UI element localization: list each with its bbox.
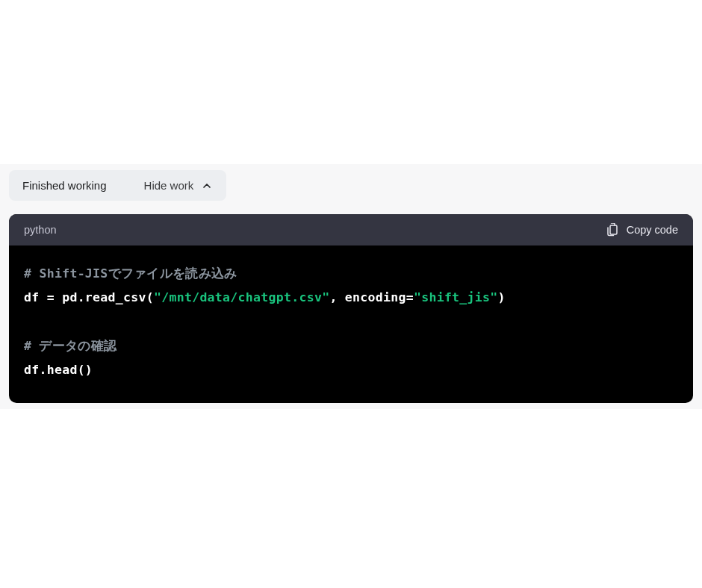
svg-rect-0: [610, 225, 617, 234]
status-text: Finished working: [22, 179, 107, 192]
clipboard-icon: [606, 223, 619, 237]
status-bar: Finished working Hide work: [9, 170, 226, 201]
hide-work-toggle[interactable]: Hide work: [144, 179, 214, 192]
code-line: df = pd.read_csv("/mnt/data/chatgpt.csv"…: [24, 286, 678, 310]
code-body: # Shift-JISでファイルを読み込み df = pd.read_csv("…: [9, 245, 693, 403]
code-line: # データの確認: [24, 334, 678, 358]
chevron-up-icon: [201, 180, 213, 192]
code-comment: # Shift-JISでファイルを読み込み: [24, 266, 237, 281]
content-area: Finished working Hide work python: [0, 164, 702, 409]
copy-code-button[interactable]: Copy code: [606, 223, 678, 237]
code-block: python Copy code # Shift-JISでファイルを読み込み d…: [9, 214, 693, 403]
hide-work-label: Hide work: [144, 179, 194, 192]
code-header: python Copy code: [9, 214, 693, 245]
code-comment: # データの確認: [24, 339, 117, 353]
code-language-label: python: [24, 224, 57, 236]
copy-code-label: Copy code: [627, 224, 678, 236]
code-line: df.head(): [24, 358, 678, 382]
code-line: # Shift-JISでファイルを読み込み: [24, 262, 678, 286]
code-blank-line: [24, 310, 678, 334]
